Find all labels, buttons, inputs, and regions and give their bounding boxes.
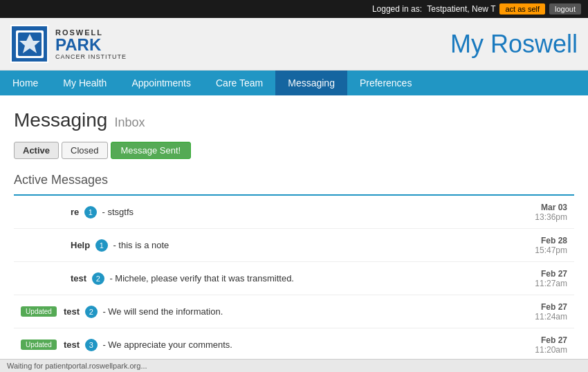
messages-container: re 1 - stsgtfs Mar 03 13:36pm Help 1 - t…: [14, 194, 574, 372]
message-row[interactable]: test 2 - Michele, please verify that it …: [14, 262, 574, 295]
message-row[interactable]: Help 1 - this is a note Feb 28 15:47pm: [14, 229, 574, 262]
nav-bar: Home My Health Appointments Care Team Me…: [0, 71, 588, 95]
page-heading: Messaging Inbox: [14, 109, 574, 131]
date-day: Feb 28: [512, 236, 567, 245]
message-subject: re 1 - stsgtfs: [71, 206, 512, 218]
subject-name: Help: [71, 240, 90, 250]
content-area: Messaging Inbox Active Closed Message Se…: [0, 95, 588, 372]
subject-preview: - We will send the information.: [102, 306, 223, 317]
message-subject: test 2 - We will send the information.: [64, 306, 512, 318]
subject-name: test: [71, 273, 86, 283]
header: ROSWELL PARK CANCER INSTITUTE My Roswell: [0, 18, 588, 71]
message-date: Feb 28 15:47pm: [512, 236, 567, 255]
logged-in-label: Logged in as: Testpatient, New T: [372, 4, 496, 14]
date-time: 11:20am: [512, 345, 567, 355]
subject-preview: - We appreciate your comments.: [102, 340, 232, 350]
message-count: 1: [84, 206, 97, 218]
nav-item-preferences[interactable]: Preferences: [347, 71, 424, 95]
message-date: Mar 03 13:36pm: [512, 203, 567, 222]
top-bar: Logged in as: Testpatient, New T act as …: [0, 0, 588, 18]
act-as-self-button[interactable]: act as self: [499, 3, 545, 15]
message-row[interactable]: re 1 - stsgtfs Mar 03 13:36pm: [14, 196, 574, 229]
subject-name: test: [64, 306, 80, 317]
nav-item-home[interactable]: Home: [0, 71, 50, 95]
nav-item-messaging[interactable]: Messaging: [275, 71, 347, 95]
message-count: 3: [85, 339, 98, 351]
subject-preview: - Michele, please verify that it was tra…: [109, 273, 294, 283]
nav-item-my-health[interactable]: My Health: [50, 71, 119, 95]
message-subject: test 3 - We appreciate your comments.: [64, 339, 512, 351]
date-time: 15:47pm: [512, 245, 567, 255]
section-heading: Active Messages: [14, 173, 574, 191]
logo-cancer: CANCER INSTITUTE: [55, 53, 127, 60]
closed-filter-button[interactable]: Closed: [62, 142, 107, 159]
active-filter-button[interactable]: Active: [14, 142, 59, 159]
logo-text: ROSWELL PARK CANCER INSTITUTE: [55, 28, 127, 60]
subject-name: test: [64, 340, 80, 350]
date-time: 11:24am: [512, 312, 567, 322]
message-count: 1: [95, 239, 108, 252]
message-subject: Help 1 - this is a note: [71, 239, 512, 252]
nav-item-appointments[interactable]: Appointments: [119, 71, 203, 95]
message-date: Feb 27 11:20am: [512, 335, 567, 355]
my-roswell-title: My Roswell: [450, 30, 578, 59]
nav-item-care-team[interactable]: Care Team: [203, 71, 275, 95]
filter-buttons: Active Closed Message Sent!: [14, 142, 574, 159]
logout-button[interactable]: logout: [549, 3, 581, 15]
page-title: Messaging: [14, 109, 107, 131]
page-subtitle: Inbox: [114, 115, 145, 130]
updated-badge: Updated: [21, 340, 57, 350]
date-time: 11:27am: [512, 279, 567, 288]
message-date: Feb 27 11:27am: [512, 269, 567, 288]
logo-park: PARK: [55, 37, 127, 53]
status-text: Waiting for patientportal.roswellpark.or…: [7, 362, 147, 370]
message-count: 2: [92, 272, 104, 285]
updated-badge: Updated: [21, 306, 57, 317]
status-bar: Waiting for patientportal.roswellpark.or…: [0, 359, 588, 372]
message-row[interactable]: Updated test 3 - We appreciate your comm…: [14, 328, 574, 362]
username: Testpatient, New T: [427, 4, 495, 14]
date-day: Feb 27: [512, 335, 567, 345]
date-day: Feb 27: [512, 269, 567, 279]
subject-name: re: [71, 207, 79, 217]
subject-preview: - this is a note: [113, 240, 169, 250]
date-day: Mar 03: [512, 203, 567, 212]
subject-preview: - stsgtfs: [102, 207, 134, 217]
message-row[interactable]: Updated test 2 - We will send the inform…: [14, 295, 574, 328]
message-count: 2: [85, 306, 98, 318]
message-date: Feb 27 11:24am: [512, 302, 567, 322]
date-time: 13:36pm: [512, 212, 567, 222]
message-sent-button[interactable]: Message Sent!: [111, 142, 192, 159]
logo-area: ROSWELL PARK CANCER INSTITUTE: [10, 25, 127, 63]
message-subject: test 2 - Michele, please verify that it …: [71, 272, 512, 285]
logo-icon: [10, 25, 48, 63]
date-day: Feb 27: [512, 302, 567, 312]
